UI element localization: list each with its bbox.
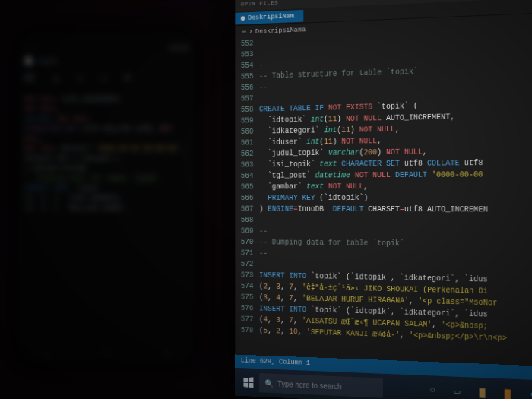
laptop-screen: OPEN FILES DeskripsiNam… ⋯ › DeskripsiNa… <box>235 0 532 399</box>
cortana-icon[interactable]: ○ <box>423 380 442 399</box>
windows-icon <box>243 377 253 388</box>
taskbar-search[interactable]: 🔍 Type here to search <box>259 373 383 398</box>
sublime-icon[interactable]: ▇ <box>497 383 518 399</box>
tab-label: DeskripsiNam… <box>248 12 298 22</box>
search-placeholder: Type here to search <box>277 379 341 391</box>
taskbar-icons: ○▭▇▇● <box>423 380 532 399</box>
start-button[interactable] <box>238 371 259 394</box>
code-editor[interactable]: 5525535545555565575585595605615625635645… <box>235 27 532 346</box>
phone-toolbar: AI↻⌕⋯≡ <box>24 73 188 84</box>
phone-device: ··· ▲ ◆ ▮ 📄 topik AI↻⌕⋯≡ NOT NULL AUTO_I… <box>15 30 198 365</box>
search-icon: 🔍 <box>264 379 273 388</box>
edge-icon[interactable]: ● <box>523 384 532 399</box>
breadcrumb-more-icon: ⋯ <box>242 28 246 36</box>
line-gutter: 5525535545555565575585595605615625635645… <box>235 37 259 336</box>
taskview-icon[interactable]: ▭ <box>447 381 467 399</box>
phone-status-bar: ··· ▲ ◆ ▮ <box>24 44 188 51</box>
code-content[interactable]: -- ---- Table structure for table `topik… <box>259 27 532 346</box>
phone-tab: 📄 topik <box>24 57 188 65</box>
breadcrumb-file[interactable]: DeskripsiNama <box>255 26 306 35</box>
phone-editor: NOT NULL AUTO_INCREMENT,NOT NULL,varchar… <box>24 95 188 214</box>
file-tab[interactable]: DeskripsiNam… <box>235 9 303 24</box>
phone-time: ··· <box>24 44 35 51</box>
phone-signal-icon: ▲ ◆ ▮ <box>170 44 188 51</box>
explorer-icon[interactable]: ▇ <box>472 382 492 399</box>
phone-nav-bar: ◁○□ <box>15 350 198 359</box>
tab-modified-icon <box>241 16 245 21</box>
